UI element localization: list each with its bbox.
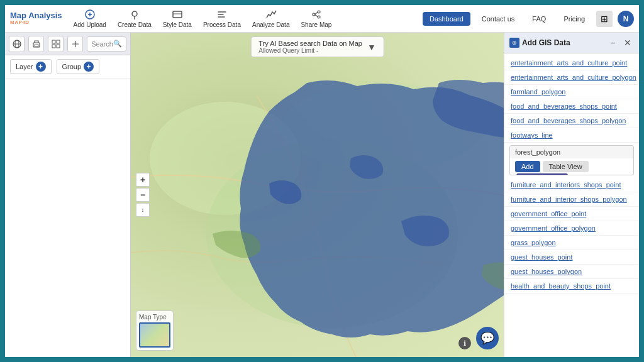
list-item[interactable]: food_and_beverages_shops_polygon bbox=[504, 114, 639, 128]
svg-rect-3 bbox=[173, 11, 182, 18]
nav-add-upload[interactable]: Add Upload bbox=[74, 9, 106, 28]
search-result-input[interactable]: forest_polygon bbox=[510, 146, 633, 158]
svg-rect-13 bbox=[52, 40, 55, 43]
search-placeholder: Search bbox=[91, 40, 113, 48]
zoom-controls: + − ↕ bbox=[136, 173, 150, 217]
add-upload-icon bbox=[84, 9, 96, 20]
group-add-button[interactable]: Group + bbox=[57, 59, 100, 74]
map-svg bbox=[131, 33, 504, 357]
search-result-buttons: Add Table View forest_polygon bbox=[510, 158, 633, 175]
ai-banner[interactable]: Try AI Based search Data on Map Allowed … bbox=[250, 36, 384, 57]
grid-icon[interactable]: ⊞ bbox=[596, 11, 613, 27]
right-panel-title-area: ⊕ Add GIS Data bbox=[509, 38, 570, 48]
nav-create-data[interactable]: Create Data bbox=[118, 9, 152, 28]
search-box[interactable]: Search 🔍 bbox=[87, 36, 126, 52]
nav-share-map[interactable]: Share Map bbox=[301, 9, 331, 28]
minimize-button[interactable]: − bbox=[606, 36, 619, 49]
logo-area: Map Analysis MAP4D bbox=[10, 11, 62, 26]
nav-style-data[interactable]: Style Data bbox=[163, 9, 192, 28]
zoom-in-button[interactable]: + bbox=[136, 173, 150, 187]
svg-point-1 bbox=[132, 11, 137, 16]
topbar-right: Dashboard Contact us FAQ Pricing ⊞ N bbox=[423, 11, 634, 27]
print-icon-btn[interactable] bbox=[28, 36, 44, 52]
faq-button[interactable]: FAQ bbox=[526, 13, 552, 25]
list-item[interactable]: government_office_point bbox=[504, 207, 639, 221]
create-data-icon bbox=[129, 9, 140, 20]
list-item[interactable]: furniture_and_interiors_shops_point bbox=[504, 178, 639, 192]
right-panel-controls: − ✕ bbox=[606, 36, 634, 49]
share-map-icon bbox=[311, 9, 322, 20]
list-item[interactable]: furniture_and_interior_shops_polygon bbox=[504, 192, 639, 207]
list-item[interactable]: food_and_beverages_shops_point bbox=[504, 99, 639, 114]
resize-icon-btn[interactable] bbox=[67, 36, 83, 52]
main-content: Search 🔍 Layer + Group + bbox=[5, 33, 639, 357]
close-button[interactable]: ✕ bbox=[621, 36, 634, 49]
list-item[interactable]: guest_houses_polygon bbox=[504, 265, 639, 279]
list-item[interactable]: entertainment_arts_and_culture_polygon bbox=[504, 70, 639, 85]
contact-button[interactable]: Contact us bbox=[475, 13, 521, 25]
add-button[interactable]: Add bbox=[515, 161, 540, 172]
app-subtitle: MAP4D bbox=[10, 20, 62, 26]
list-item[interactable]: guest_houses_point bbox=[504, 250, 639, 265]
chat-icon[interactable]: 💬 bbox=[476, 327, 499, 349]
group-add-icon: + bbox=[84, 62, 94, 72]
zoom-out-button[interactable]: − bbox=[136, 188, 150, 202]
list-item[interactable]: grass_polygon bbox=[504, 236, 639, 250]
app-container: Map Analysis MAP4D Add Upload Create Dat… bbox=[0, 0, 644, 362]
svg-rect-16 bbox=[57, 45, 60, 48]
topbar: Map Analysis MAP4D Add Upload Create Dat… bbox=[5, 5, 639, 33]
layer-label: Layer bbox=[16, 63, 33, 70]
map-type-thumbnail[interactable] bbox=[139, 322, 170, 348]
svg-rect-15 bbox=[52, 45, 55, 48]
left-panel: Search 🔍 Layer + Group + bbox=[5, 33, 131, 357]
right-panel: ⊕ Add GIS Data − ✕ entertainment_arts_an… bbox=[504, 33, 639, 357]
zoom-reset-button[interactable]: ↕ bbox=[136, 203, 150, 217]
list-item[interactable]: footways_line bbox=[504, 128, 639, 143]
right-panel-title: Add GIS Data bbox=[522, 38, 570, 47]
grid-view-icon-btn[interactable] bbox=[48, 36, 64, 52]
svg-rect-14 bbox=[57, 40, 60, 43]
style-data-icon bbox=[172, 9, 183, 20]
gis-icon: ⊕ bbox=[509, 38, 519, 48]
map-area[interactable]: Try AI Based search Data on Map Allowed … bbox=[131, 33, 504, 357]
nav-process-data[interactable]: Process Data bbox=[203, 9, 241, 28]
pricing-button[interactable]: Pricing bbox=[557, 13, 591, 25]
tooltip-tag: forest_polygon bbox=[516, 173, 568, 175]
chevron-down-icon: ▼ bbox=[367, 42, 376, 52]
analyze-data-icon bbox=[265, 9, 277, 20]
list-item[interactable]: entertainment_arts_and_culture_point bbox=[504, 56, 639, 70]
list-item[interactable]: farmland_polygon bbox=[504, 85, 639, 99]
search-icon: 🔍 bbox=[113, 40, 122, 48]
list-item[interactable]: health_and_beauty_shops_point bbox=[504, 279, 639, 293]
layer-add-icon: + bbox=[36, 62, 46, 72]
right-panel-header: ⊕ Add GIS Data − ✕ bbox=[504, 33, 639, 53]
process-data-icon bbox=[216, 9, 228, 20]
svg-rect-12 bbox=[35, 45, 38, 47]
panel-controls: Layer + Group + bbox=[5, 55, 130, 79]
ai-banner-text: Try AI Based search Data on Map Allowed … bbox=[258, 40, 362, 54]
list-item[interactable]: government_office_polygon bbox=[504, 221, 639, 236]
gis-list: entertainment_arts_and_culture_point ent… bbox=[504, 53, 639, 357]
inner-container: Map Analysis MAP4D Add Upload Create Dat… bbox=[5, 5, 639, 357]
map-type-panel[interactable]: Map Type bbox=[136, 310, 174, 351]
map-type-label: Map Type bbox=[139, 314, 170, 321]
layer-add-button[interactable]: Layer + bbox=[10, 59, 52, 74]
avatar[interactable]: N bbox=[618, 11, 634, 27]
app-title: Map Analysis bbox=[10, 11, 62, 20]
globe-icon-btn[interactable] bbox=[9, 36, 25, 52]
nav-analyze-data[interactable]: Analyze Data bbox=[252, 9, 289, 28]
search-result-area: forest_polygon Add Table View forest_pol… bbox=[509, 145, 634, 175]
topbar-left: Map Analysis MAP4D Add Upload Create Dat… bbox=[10, 9, 331, 28]
left-toolbar: Search 🔍 bbox=[5, 33, 130, 55]
info-icon[interactable]: ℹ bbox=[458, 337, 471, 349]
group-label: Group bbox=[62, 63, 82, 70]
table-view-button[interactable]: Table View bbox=[543, 161, 589, 172]
dashboard-button[interactable]: Dashboard bbox=[423, 12, 470, 26]
